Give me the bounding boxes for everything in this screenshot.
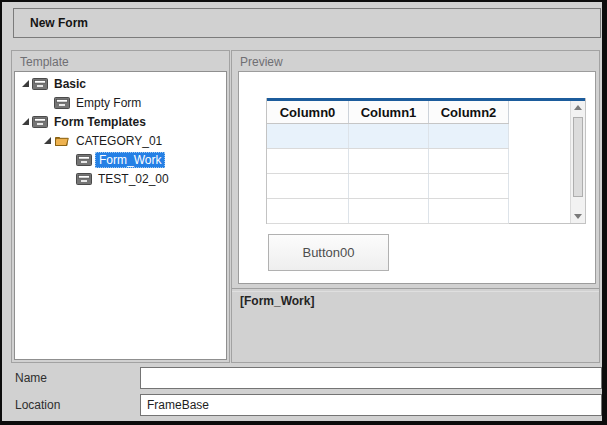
- form-icon: [54, 96, 73, 109]
- grid-cell: [267, 174, 349, 198]
- preview-panel: Preview Column0Column1Column2 Button00 […: [231, 50, 600, 363]
- grid-body: [267, 124, 585, 224]
- preview-separator: [232, 288, 599, 292]
- scrollbar-thumb: [573, 117, 583, 197]
- tree-item-label: CATEGORY_01: [73, 133, 165, 149]
- grid-row: [267, 174, 509, 199]
- template-panel: Template Basic Empty Form Form Templates…: [11, 50, 230, 363]
- grid-cell: [267, 124, 349, 148]
- scrollbar-down-icon: [571, 214, 585, 219]
- grid-cell: [349, 149, 429, 173]
- grid-cell: [429, 199, 509, 223]
- location-input[interactable]: [140, 394, 602, 416]
- folder-icon: [54, 134, 73, 147]
- tree-item-empty-form[interactable]: Empty Form: [15, 93, 226, 112]
- grid-vertical-scrollbar: [570, 101, 585, 223]
- grid-cell: [267, 199, 349, 223]
- preview-surface: Column0Column1Column2 Button00: [238, 71, 596, 284]
- tree-item-form-templates[interactable]: Form Templates: [15, 112, 226, 131]
- tree-item-test-02-00[interactable]: TEST_02_00: [15, 169, 226, 188]
- tree-item-label: Empty Form: [73, 95, 144, 111]
- grid-column-header: Column1: [349, 101, 429, 123]
- form-icon: [32, 115, 51, 128]
- grid-cell: [429, 124, 509, 148]
- grid-cell: [349, 199, 429, 223]
- tree-item-form-work[interactable]: Form_Work: [15, 150, 226, 169]
- location-label: Location: [15, 398, 60, 412]
- name-label: Name: [15, 371, 47, 385]
- screen: New Form Template Basic Empty Form Form …: [0, 0, 607, 425]
- tree-item-label: Basic: [51, 76, 89, 92]
- grid-column-header: Column0: [267, 101, 349, 123]
- dialog-title-bar: New Form: [13, 8, 601, 38]
- tree-expander-icon[interactable]: [18, 80, 32, 87]
- dialog-title: New Form: [30, 16, 88, 30]
- template-tree[interactable]: Basic Empty Form Form Templates CATEGORY…: [14, 71, 227, 360]
- new-form-dialog: New Form Template Basic Empty Form Form …: [2, 2, 602, 421]
- grid-cell: [349, 124, 429, 148]
- tree-expander-icon[interactable]: [18, 118, 32, 125]
- grid-cell: [349, 174, 429, 198]
- grid-cell: [429, 174, 509, 198]
- grid-column-header: Column2: [429, 101, 509, 123]
- form-icon: [32, 77, 51, 90]
- tree-item-label: Form_Work: [95, 152, 165, 168]
- form-icon: [76, 153, 95, 166]
- grid-cell: [429, 149, 509, 173]
- grid-row: [267, 149, 509, 174]
- form-icon: [76, 172, 95, 185]
- scrollbar-up-icon: [571, 105, 585, 110]
- grid-header-row: Column0Column1Column2: [267, 101, 509, 124]
- tree-item-label: TEST_02_00: [95, 171, 172, 187]
- preview-caption: [Form_Work]: [240, 294, 314, 308]
- tree-expander-icon[interactable]: [40, 137, 54, 144]
- grid-row: [267, 199, 509, 224]
- grid-cell: [267, 149, 349, 173]
- tree-item-basic[interactable]: Basic: [15, 74, 226, 93]
- tree-item-category-01[interactable]: CATEGORY_01: [15, 131, 226, 150]
- preview-panel-label: Preview: [240, 55, 283, 69]
- grid-row: [267, 124, 509, 149]
- preview-grid: Column0Column1Column2: [266, 98, 586, 224]
- tree-item-label: Form Templates: [51, 114, 149, 130]
- preview-button00: Button00: [268, 234, 389, 271]
- template-panel-label: Template: [20, 55, 69, 69]
- name-input[interactable]: [140, 367, 602, 389]
